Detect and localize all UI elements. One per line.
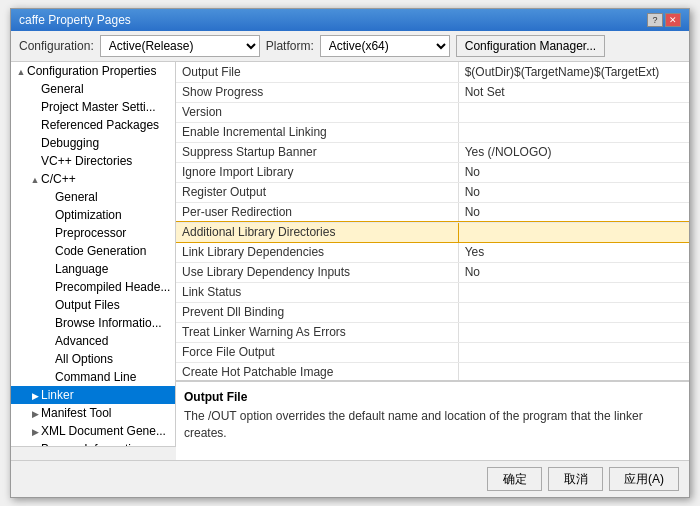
properties-panel: Output File$(OutDir)$(TargetName)$(Targe…: [176, 62, 689, 460]
tree-item-19[interactable]: ▶Manifest Tool: [11, 404, 175, 422]
tree-expand-icon-0[interactable]: ▲: [15, 67, 27, 77]
tree-item-label-14: Browse Informatio...: [55, 316, 162, 330]
footer: 确定 取消 应用(A): [11, 460, 689, 497]
tree-expand-icon-6[interactable]: ▲: [29, 175, 41, 185]
property-value-0[interactable]: $(OutDir)$(TargetName)$(TargetExt): [458, 62, 689, 82]
properties-table: Output File$(OutDir)$(TargetName)$(Targe…: [176, 62, 689, 380]
property-value-15[interactable]: [458, 362, 689, 380]
tree-item-5[interactable]: VC++ Directories: [11, 152, 175, 170]
property-value-12[interactable]: [458, 302, 689, 322]
property-value-13[interactable]: [458, 322, 689, 342]
property-value-8[interactable]: [458, 222, 689, 242]
tree-item-3[interactable]: Referenced Packages: [11, 116, 175, 134]
tree-item-10[interactable]: Code Generation: [11, 242, 175, 260]
property-name-9: Link Library Dependencies: [176, 242, 458, 262]
tree-item-15[interactable]: Advanced: [11, 332, 175, 350]
tree-item-label-13: Output Files: [55, 298, 120, 312]
property-pages-window: caffe Property Pages ? ✕ Configuration: …: [10, 8, 690, 498]
tree-panel: ▲Configuration PropertiesGeneralProject …: [11, 62, 176, 460]
property-name-3: Enable Incremental Linking: [176, 122, 458, 142]
help-button[interactable]: ?: [647, 13, 663, 27]
tree-item-0[interactable]: ▲Configuration Properties: [11, 62, 175, 80]
configuration-select[interactable]: Active(Release): [100, 35, 260, 57]
property-row-0[interactable]: Output File$(OutDir)$(TargetName)$(Targe…: [176, 62, 689, 82]
platform-label: Platform:: [266, 39, 314, 53]
tree-item-8[interactable]: Optimization: [11, 206, 175, 224]
property-row-1[interactable]: Show ProgressNot Set: [176, 82, 689, 102]
property-name-8: Additional Library Directories: [176, 222, 458, 242]
tree-item-14[interactable]: Browse Informatio...: [11, 314, 175, 332]
property-value-11[interactable]: [458, 282, 689, 302]
property-row-11[interactable]: Link Status: [176, 282, 689, 302]
window-title: caffe Property Pages: [19, 13, 131, 27]
toolbar: Configuration: Active(Release) Platform:…: [11, 31, 689, 62]
properties-grid: Output File$(OutDir)$(TargetName)$(Targe…: [176, 62, 689, 380]
description-text: The /OUT option overrides the default na…: [184, 408, 681, 442]
property-value-4[interactable]: Yes (/NOLOGO): [458, 142, 689, 162]
tree-item-17[interactable]: Command Line: [11, 368, 175, 386]
property-name-0: Output File: [176, 62, 458, 82]
tree-expand-icon-19[interactable]: ▶: [29, 409, 41, 419]
property-value-2[interactable]: [458, 102, 689, 122]
property-row-12[interactable]: Prevent Dll Binding: [176, 302, 689, 322]
property-value-1[interactable]: Not Set: [458, 82, 689, 102]
property-row-2[interactable]: Version: [176, 102, 689, 122]
tree-item-20[interactable]: ▶XML Document Gene...: [11, 422, 175, 440]
tree-item-4[interactable]: Debugging: [11, 134, 175, 152]
property-row-13[interactable]: Treat Linker Warning As Errors: [176, 322, 689, 342]
property-row-10[interactable]: Use Library Dependency InputsNo: [176, 262, 689, 282]
tree-item-9[interactable]: Preprocessor: [11, 224, 175, 242]
platform-select[interactable]: Active(x64): [320, 35, 450, 57]
property-row-5[interactable]: Ignore Import LibraryNo: [176, 162, 689, 182]
tree-item-1[interactable]: General: [11, 80, 175, 98]
tree-item-12[interactable]: Precompiled Heade...: [11, 278, 175, 296]
description-title: Output File: [184, 390, 681, 404]
property-row-15[interactable]: Create Hot Patchable Image: [176, 362, 689, 380]
tree-item-11[interactable]: Language: [11, 260, 175, 278]
tree-item-16[interactable]: All Options: [11, 350, 175, 368]
title-bar: caffe Property Pages ? ✕: [11, 9, 689, 31]
cancel-button[interactable]: 取消: [548, 467, 603, 491]
property-row-3[interactable]: Enable Incremental Linking: [176, 122, 689, 142]
tree-item-label-8: Optimization: [55, 208, 122, 222]
property-row-14[interactable]: Force File Output: [176, 342, 689, 362]
property-name-14: Force File Output: [176, 342, 458, 362]
close-button[interactable]: ✕: [665, 13, 681, 27]
property-name-2: Version: [176, 102, 458, 122]
property-row-9[interactable]: Link Library DependenciesYes: [176, 242, 689, 262]
property-name-4: Suppress Startup Banner: [176, 142, 458, 162]
property-row-7[interactable]: Per-user RedirectionNo: [176, 202, 689, 222]
property-value-3[interactable]: [458, 122, 689, 142]
tree-item-label-15: Advanced: [55, 334, 108, 348]
tree-expand-icon-20[interactable]: ▶: [29, 427, 41, 437]
property-value-9[interactable]: Yes: [458, 242, 689, 262]
tree-item-label-11: Language: [55, 262, 108, 276]
property-name-7: Per-user Redirection: [176, 202, 458, 222]
property-row-6[interactable]: Register OutputNo: [176, 182, 689, 202]
property-value-5[interactable]: No: [458, 162, 689, 182]
property-value-6[interactable]: No: [458, 182, 689, 202]
tree-item-label-19: Manifest Tool: [41, 406, 111, 420]
property-value-14[interactable]: [458, 342, 689, 362]
apply-button[interactable]: 应用(A): [609, 467, 679, 491]
tree-item-18[interactable]: ▶Linker: [11, 386, 175, 404]
property-value-7[interactable]: No: [458, 202, 689, 222]
tree-item-7[interactable]: General: [11, 188, 175, 206]
config-manager-button[interactable]: Configuration Manager...: [456, 35, 605, 57]
property-row-8[interactable]: Additional Library Directories: [176, 222, 689, 242]
title-bar-buttons: ? ✕: [647, 13, 681, 27]
tree-item-label-9: Preprocessor: [55, 226, 126, 240]
ok-button[interactable]: 确定: [487, 467, 542, 491]
tree-item-label-1: General: [41, 82, 84, 96]
tree-item-13[interactable]: Output Files: [11, 296, 175, 314]
horizontal-scrollbar[interactable]: [11, 446, 176, 460]
tree-item-2[interactable]: Project Master Setti...: [11, 98, 175, 116]
property-name-11: Link Status: [176, 282, 458, 302]
property-value-10[interactable]: No: [458, 262, 689, 282]
property-row-4[interactable]: Suppress Startup BannerYes (/NOLOGO): [176, 142, 689, 162]
tree-item-label-0: Configuration Properties: [27, 64, 156, 78]
property-name-12: Prevent Dll Binding: [176, 302, 458, 322]
tree-expand-icon-18[interactable]: ▶: [29, 391, 41, 401]
property-name-15: Create Hot Patchable Image: [176, 362, 458, 380]
tree-item-6[interactable]: ▲C/C++: [11, 170, 175, 188]
